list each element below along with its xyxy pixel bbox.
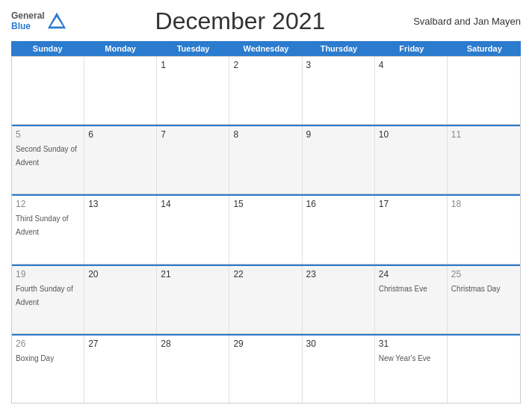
header-monday: Monday xyxy=(84,41,156,56)
region-label: Svalbard and Jan Mayen xyxy=(413,16,521,27)
logo-blue-text: Blue xyxy=(11,22,45,31)
day-cell: 27 xyxy=(84,336,157,403)
day-cell xyxy=(84,57,157,124)
day-cell: 28 xyxy=(157,336,229,403)
day-cell: 19 Fourth Sunday of Advent xyxy=(12,266,84,333)
calendar-wrapper: General Blue December 2021 Svalbard and … xyxy=(0,0,532,411)
day-cell: 9 xyxy=(303,126,375,194)
day-cell: 31 New Year's Eve xyxy=(375,336,448,403)
day-cell: 2 xyxy=(229,57,302,124)
header-saturday: Saturday xyxy=(448,41,521,56)
day-cell: 29 xyxy=(229,336,302,403)
calendar-header: General Blue December 2021 Svalbard and … xyxy=(11,7,521,35)
event-second-sunday: Second Sunday of Advent xyxy=(16,145,77,167)
day-cell: 23 xyxy=(303,266,375,333)
month-title: December 2021 xyxy=(67,7,413,35)
day-cell: 4 xyxy=(375,57,448,124)
day-cell: 22 xyxy=(229,266,302,333)
event-third-sunday: Third Sunday of Advent xyxy=(16,214,69,236)
day-cell: 30 xyxy=(303,336,375,403)
header-friday: Friday xyxy=(375,41,448,56)
day-cell xyxy=(448,336,520,403)
event-new-years-eve: New Year's Eve xyxy=(379,354,431,362)
day-cell: 8 xyxy=(229,126,302,194)
calendar-grid: 1 2 3 4 5 Second Sunday of Advent 6 7 8 … xyxy=(11,56,521,404)
week-row-1: 1 2 3 4 xyxy=(12,56,520,125)
header-sunday: Sunday xyxy=(11,41,84,56)
day-cell: 26 Boxing Day xyxy=(12,336,84,403)
week-row-2: 5 Second Sunday of Advent 6 7 8 9 10 11 xyxy=(12,125,520,194)
header-wednesday: Wednesday xyxy=(229,41,302,56)
week-row-3: 12 Third Sunday of Advent 13 14 15 16 17… xyxy=(12,194,520,264)
day-cell: 16 xyxy=(303,196,375,263)
event-christmas-day: Christmas Day xyxy=(451,285,501,293)
day-cell: 5 Second Sunday of Advent xyxy=(12,126,84,194)
day-cell xyxy=(448,57,520,124)
day-cell: 24 Christmas Eve xyxy=(375,266,448,333)
event-christmas-eve: Christmas Eve xyxy=(379,285,427,293)
day-cell: 15 xyxy=(229,196,302,263)
week-row-4: 19 Fourth Sunday of Advent 20 21 22 23 2… xyxy=(12,265,520,334)
day-cell: 14 xyxy=(157,196,229,263)
day-cell: 12 Third Sunday of Advent xyxy=(12,196,84,263)
day-cell: 25 Christmas Day xyxy=(448,266,520,333)
day-cell: 13 xyxy=(84,196,157,263)
day-cell: 21 xyxy=(157,266,229,333)
logo: General Blue xyxy=(11,11,67,32)
day-headers: Sunday Monday Tuesday Wednesday Thursday… xyxy=(11,41,521,56)
logo-general-text: General xyxy=(11,11,45,21)
week-row-5: 26 Boxing Day 27 28 29 30 31 New Year's … xyxy=(12,334,520,404)
day-cell: 18 xyxy=(448,196,520,263)
header-thursday: Thursday xyxy=(303,41,375,56)
day-cell: 3 xyxy=(303,57,375,124)
day-cell xyxy=(12,57,84,124)
day-cell: 6 xyxy=(84,126,157,194)
day-cell: 7 xyxy=(157,126,229,194)
event-boxing-day: Boxing Day xyxy=(16,354,54,362)
day-cell: 17 xyxy=(375,196,448,263)
day-cell: 20 xyxy=(84,266,157,333)
day-cell: 1 xyxy=(157,57,229,124)
event-fourth-sunday: Fourth Sunday of Advent xyxy=(16,285,73,306)
day-cell: 10 xyxy=(375,126,448,194)
logo-icon xyxy=(46,11,67,32)
day-cell: 11 xyxy=(448,126,520,194)
header-tuesday: Tuesday xyxy=(157,41,229,56)
